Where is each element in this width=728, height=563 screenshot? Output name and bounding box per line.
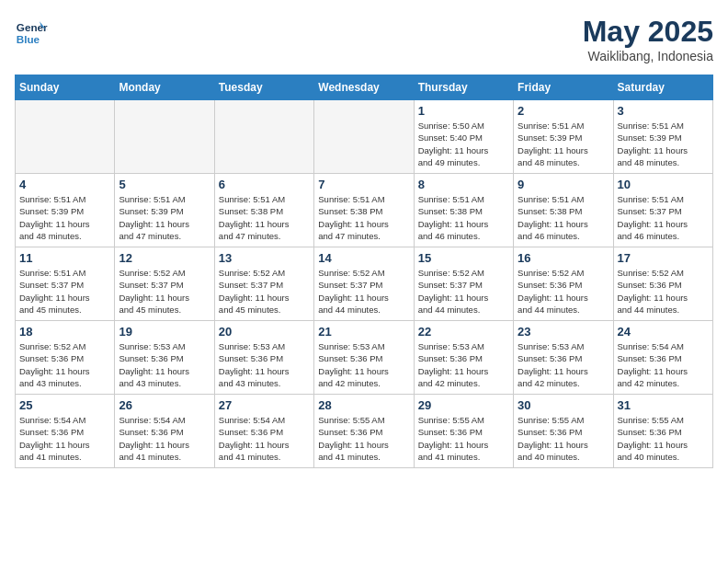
calendar-cell: 7Sunrise: 5:51 AM Sunset: 5:38 PM Daylig… (314, 174, 414, 247)
day-number: 9 (518, 178, 609, 191)
day-number: 27 (219, 398, 310, 412)
weekday-header-cell: Wednesday (314, 75, 414, 100)
day-info: Sunrise: 5:54 AM Sunset: 5:36 PM Dayligh… (19, 414, 110, 463)
calendar-week-row: 25Sunrise: 5:54 AM Sunset: 5:36 PM Dayli… (16, 395, 713, 468)
day-info: Sunrise: 5:51 AM Sunset: 5:38 PM Dayligh… (418, 193, 509, 242)
day-number: 7 (318, 178, 409, 191)
calendar-cell: 6Sunrise: 5:51 AM Sunset: 5:38 PM Daylig… (214, 174, 313, 247)
day-info: Sunrise: 5:53 AM Sunset: 5:36 PM Dayligh… (518, 340, 609, 389)
day-number: 25 (19, 398, 110, 412)
calendar-cell (214, 100, 313, 174)
calendar-cell: 24Sunrise: 5:54 AM Sunset: 5:36 PM Dayli… (613, 321, 712, 395)
day-number: 13 (219, 251, 310, 265)
day-number: 21 (318, 325, 409, 339)
day-number: 2 (518, 104, 609, 118)
calendar-cell: 4Sunrise: 5:51 AM Sunset: 5:39 PM Daylig… (16, 174, 115, 247)
calendar-cell (314, 100, 414, 174)
calendar-cell (115, 100, 214, 174)
location: Waiklibang, Indonesia (583, 49, 713, 63)
calendar-cell: 11Sunrise: 5:51 AM Sunset: 5:37 PM Dayli… (16, 247, 115, 321)
day-info: Sunrise: 5:51 AM Sunset: 5:39 PM Dayligh… (119, 193, 210, 242)
logo-icon: General Blue (15, 15, 48, 48)
calendar-cell: 28Sunrise: 5:55 AM Sunset: 5:36 PM Dayli… (314, 395, 414, 468)
weekday-header-cell: Tuesday (214, 75, 313, 100)
day-info: Sunrise: 5:52 AM Sunset: 5:36 PM Dayligh… (618, 267, 709, 316)
calendar-cell: 17Sunrise: 5:52 AM Sunset: 5:36 PM Dayli… (613, 247, 712, 321)
day-info: Sunrise: 5:52 AM Sunset: 5:36 PM Dayligh… (518, 267, 609, 316)
calendar-week-row: 4Sunrise: 5:51 AM Sunset: 5:39 PM Daylig… (16, 174, 713, 247)
day-number: 6 (219, 178, 310, 191)
day-info: Sunrise: 5:52 AM Sunset: 5:37 PM Dayligh… (219, 267, 310, 316)
day-number: 20 (219, 325, 310, 339)
day-info: Sunrise: 5:52 AM Sunset: 5:36 PM Dayligh… (19, 340, 110, 389)
day-info: Sunrise: 5:55 AM Sunset: 5:36 PM Dayligh… (618, 414, 709, 463)
calendar-week-row: 11Sunrise: 5:51 AM Sunset: 5:37 PM Dayli… (16, 247, 713, 321)
calendar-cell: 3Sunrise: 5:51 AM Sunset: 5:39 PM Daylig… (613, 100, 712, 174)
calendar-cell: 15Sunrise: 5:52 AM Sunset: 5:37 PM Dayli… (414, 247, 513, 321)
day-info: Sunrise: 5:54 AM Sunset: 5:36 PM Dayligh… (618, 340, 709, 389)
weekday-header-cell: Saturday (613, 75, 712, 100)
weekday-header-cell: Monday (115, 75, 214, 100)
page-header: General Blue May 2025 Waiklibang, Indone… (15, 15, 713, 63)
calendar-cell: 2Sunrise: 5:51 AM Sunset: 5:39 PM Daylig… (514, 100, 613, 174)
calendar-cell: 23Sunrise: 5:53 AM Sunset: 5:36 PM Dayli… (514, 321, 613, 395)
day-number: 11 (19, 251, 110, 265)
calendar-cell: 13Sunrise: 5:52 AM Sunset: 5:37 PM Dayli… (214, 247, 313, 321)
day-info: Sunrise: 5:54 AM Sunset: 5:36 PM Dayligh… (219, 414, 310, 463)
day-info: Sunrise: 5:51 AM Sunset: 5:39 PM Dayligh… (19, 193, 110, 242)
day-number: 30 (518, 398, 609, 412)
day-number: 22 (418, 325, 509, 339)
calendar-table: SundayMondayTuesdayWednesdayThursdayFrid… (15, 75, 713, 468)
calendar-body: 1Sunrise: 5:50 AM Sunset: 5:40 PM Daylig… (16, 100, 713, 468)
day-info: Sunrise: 5:51 AM Sunset: 5:38 PM Dayligh… (219, 193, 310, 242)
day-info: Sunrise: 5:54 AM Sunset: 5:36 PM Dayligh… (119, 414, 210, 463)
day-info: Sunrise: 5:53 AM Sunset: 5:36 PM Dayligh… (219, 340, 310, 389)
day-number: 14 (318, 251, 409, 265)
weekday-header-row: SundayMondayTuesdayWednesdayThursdayFrid… (16, 75, 713, 100)
weekday-header-cell: Sunday (16, 75, 115, 100)
day-number: 29 (418, 398, 509, 412)
logo: General Blue (15, 15, 48, 48)
month-title: May 2025 (583, 15, 713, 49)
day-info: Sunrise: 5:52 AM Sunset: 5:37 PM Dayligh… (318, 267, 409, 316)
calendar-cell: 1Sunrise: 5:50 AM Sunset: 5:40 PM Daylig… (414, 100, 513, 174)
calendar-cell: 9Sunrise: 5:51 AM Sunset: 5:38 PM Daylig… (514, 174, 613, 247)
calendar-cell: 22Sunrise: 5:53 AM Sunset: 5:36 PM Dayli… (414, 321, 513, 395)
calendar-cell: 14Sunrise: 5:52 AM Sunset: 5:37 PM Dayli… (314, 247, 414, 321)
title-area: May 2025 Waiklibang, Indonesia (583, 15, 713, 63)
svg-text:Blue: Blue (17, 33, 40, 45)
day-info: Sunrise: 5:53 AM Sunset: 5:36 PM Dayligh… (418, 340, 509, 389)
calendar-cell: 20Sunrise: 5:53 AM Sunset: 5:36 PM Dayli… (214, 321, 313, 395)
calendar-cell: 19Sunrise: 5:53 AM Sunset: 5:36 PM Dayli… (115, 321, 214, 395)
day-number: 1 (418, 104, 509, 118)
day-number: 8 (418, 178, 509, 191)
calendar-cell: 10Sunrise: 5:51 AM Sunset: 5:37 PM Dayli… (613, 174, 712, 247)
day-number: 18 (19, 325, 110, 339)
day-info: Sunrise: 5:51 AM Sunset: 5:38 PM Dayligh… (518, 193, 609, 242)
calendar-cell: 31Sunrise: 5:55 AM Sunset: 5:36 PM Dayli… (613, 395, 712, 468)
day-number: 24 (618, 325, 709, 339)
day-number: 28 (318, 398, 409, 412)
day-info: Sunrise: 5:55 AM Sunset: 5:36 PM Dayligh… (418, 414, 509, 463)
calendar-week-row: 1Sunrise: 5:50 AM Sunset: 5:40 PM Daylig… (16, 100, 713, 174)
day-info: Sunrise: 5:51 AM Sunset: 5:38 PM Dayligh… (318, 193, 409, 242)
day-info: Sunrise: 5:50 AM Sunset: 5:40 PM Dayligh… (418, 120, 509, 168)
calendar-cell: 21Sunrise: 5:53 AM Sunset: 5:36 PM Dayli… (314, 321, 414, 395)
day-number: 10 (618, 178, 709, 191)
day-info: Sunrise: 5:55 AM Sunset: 5:36 PM Dayligh… (518, 414, 609, 463)
day-info: Sunrise: 5:53 AM Sunset: 5:36 PM Dayligh… (119, 340, 210, 389)
calendar-cell: 5Sunrise: 5:51 AM Sunset: 5:39 PM Daylig… (115, 174, 214, 247)
calendar-cell: 30Sunrise: 5:55 AM Sunset: 5:36 PM Dayli… (514, 395, 613, 468)
day-number: 3 (618, 104, 709, 118)
day-number: 17 (618, 251, 709, 265)
day-info: Sunrise: 5:52 AM Sunset: 5:37 PM Dayligh… (119, 267, 210, 316)
day-number: 31 (618, 398, 709, 412)
weekday-header-cell: Friday (514, 75, 613, 100)
weekday-header-cell: Thursday (414, 75, 513, 100)
calendar-cell: 26Sunrise: 5:54 AM Sunset: 5:36 PM Dayli… (115, 395, 214, 468)
day-number: 16 (518, 251, 609, 265)
calendar-cell: 8Sunrise: 5:51 AM Sunset: 5:38 PM Daylig… (414, 174, 513, 247)
day-number: 5 (119, 178, 210, 191)
calendar-week-row: 18Sunrise: 5:52 AM Sunset: 5:36 PM Dayli… (16, 321, 713, 395)
calendar-cell: 25Sunrise: 5:54 AM Sunset: 5:36 PM Dayli… (16, 395, 115, 468)
